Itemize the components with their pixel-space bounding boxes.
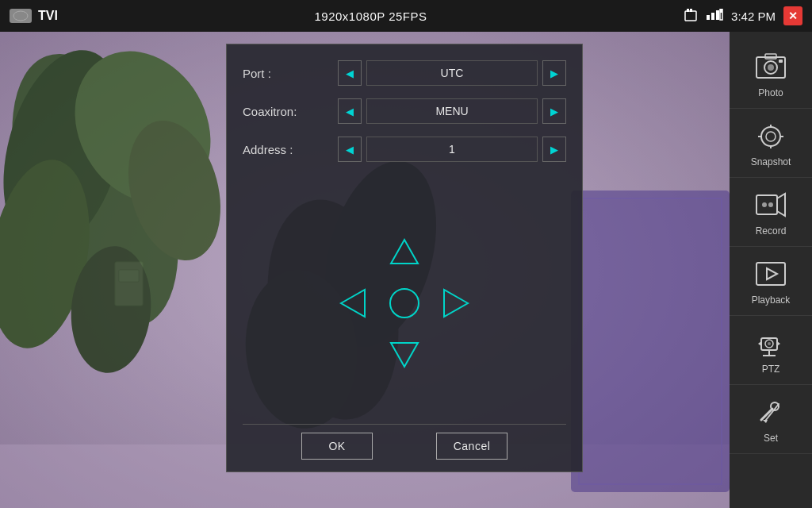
svg-rect-6 [716, 10, 719, 20]
sdcard-icon [684, 9, 698, 24]
record-label: Record [756, 225, 787, 237]
photo-icon [753, 49, 788, 84]
snapshot-icon [753, 118, 788, 153]
svg-point-30 [761, 127, 780, 146]
tvi-icon [10, 9, 32, 23]
dpad [333, 232, 476, 375]
snapshot-label: Snapshot [751, 156, 791, 167]
set-label: Set [764, 433, 778, 444]
sidebar-item-record[interactable]: Record [730, 178, 812, 247]
ptz-icon [753, 325, 788, 360]
svg-marker-41 [767, 268, 777, 279]
coaxitron-prev-button[interactable]: ◀ [338, 98, 362, 124]
svg-rect-5 [711, 13, 714, 20]
dpad-area [243, 183, 566, 424]
svg-marker-48 [777, 341, 780, 346]
svg-rect-4 [707, 15, 710, 20]
coaxitron-row: Coaxitron: ◀ MENU ▶ [243, 98, 566, 124]
svg-rect-8 [720, 9, 722, 13]
dpad-down-button[interactable] [383, 332, 426, 375]
svg-point-0 [13, 11, 28, 21]
svg-point-27 [768, 64, 774, 71]
record-icon [753, 187, 788, 222]
close-button[interactable]: ✕ [783, 6, 802, 25]
port-next-button[interactable]: ▶ [542, 60, 566, 86]
svg-point-57 [390, 289, 419, 318]
dialog-bottom: OK Cancel [243, 424, 566, 460]
svg-point-44 [768, 342, 771, 345]
sidebar-item-photo[interactable]: Photo [730, 40, 812, 109]
svg-rect-2 [687, 9, 689, 12]
svg-marker-54 [391, 343, 418, 367]
sidebar-item-snapshot[interactable]: Snapshot [730, 109, 812, 178]
sidebar-item-ptz[interactable]: PTZ [730, 316, 812, 385]
topbar: TVI 1920x1080P 25FPS 3:42 PM ✕ [0, 0, 812, 32]
svg-marker-56 [444, 290, 468, 317]
dpad-up-button[interactable] [383, 232, 426, 275]
svg-point-37 [762, 202, 767, 207]
port-prev-button[interactable]: ◀ [338, 60, 362, 86]
sidebar-item-set[interactable]: Set [730, 385, 812, 454]
svg-rect-23 [571, 190, 730, 492]
coaxitron-control: ◀ MENU ▶ [338, 98, 566, 124]
address-row: Address : ◀ 1 ▶ [243, 137, 566, 162]
svg-marker-52 [763, 420, 768, 423]
svg-point-31 [766, 132, 776, 141]
coaxitron-next-button[interactable]: ▶ [542, 98, 566, 124]
svg-marker-39 [777, 194, 785, 216]
ptz-label: PTZ [762, 364, 780, 375]
svg-marker-55 [341, 290, 365, 317]
svg-point-38 [768, 202, 773, 207]
svg-marker-47 [758, 341, 761, 346]
dpad-left-button[interactable] [333, 282, 376, 325]
port-control: ◀ UTC ▶ [338, 60, 566, 86]
address-label: Address : [243, 143, 338, 156]
svg-rect-40 [756, 263, 785, 285]
sidebar: Photo Snapshot Record [730, 32, 812, 508]
tvi-label: TVI [38, 9, 58, 23]
coaxitron-label: Coaxitron: [243, 105, 338, 118]
photo-label: Photo [758, 87, 783, 98]
dpad-center-button[interactable] [383, 282, 426, 325]
set-icon [753, 394, 788, 429]
address-control: ◀ 1 ▶ [338, 137, 566, 162]
clock-label: 3:42 PM [731, 10, 776, 23]
svg-rect-1 [685, 11, 696, 21]
svg-marker-53 [391, 240, 418, 264]
resolution-label: 1920x1080P 25FPS [315, 10, 427, 23]
ok-button[interactable]: OK [301, 433, 373, 460]
address-next-button[interactable]: ▶ [542, 137, 566, 162]
dpad-right-button[interactable] [433, 282, 476, 325]
sidebar-item-playback[interactable]: Playback [730, 247, 812, 316]
topbar-right: 3:42 PM ✕ [684, 6, 802, 25]
playback-label: Playback [752, 294, 791, 306]
settings-dialog: Port : ◀ UTC ▶ Coaxitron: ◀ MENU ▶ Addre… [226, 44, 583, 472]
topbar-left: TVI [10, 9, 58, 23]
signal-icon [706, 9, 723, 24]
cancel-button[interactable]: Cancel [436, 433, 508, 460]
address-prev-button[interactable]: ◀ [338, 137, 362, 162]
port-value: UTC [366, 60, 538, 86]
port-row: Port : ◀ UTC ▶ [243, 60, 566, 86]
svg-rect-3 [690, 9, 692, 12]
port-label: Port : [243, 67, 338, 80]
svg-rect-29 [779, 60, 783, 63]
playback-icon [753, 256, 788, 291]
coaxitron-value: MENU [366, 98, 538, 124]
address-value: 1 [366, 137, 538, 162]
